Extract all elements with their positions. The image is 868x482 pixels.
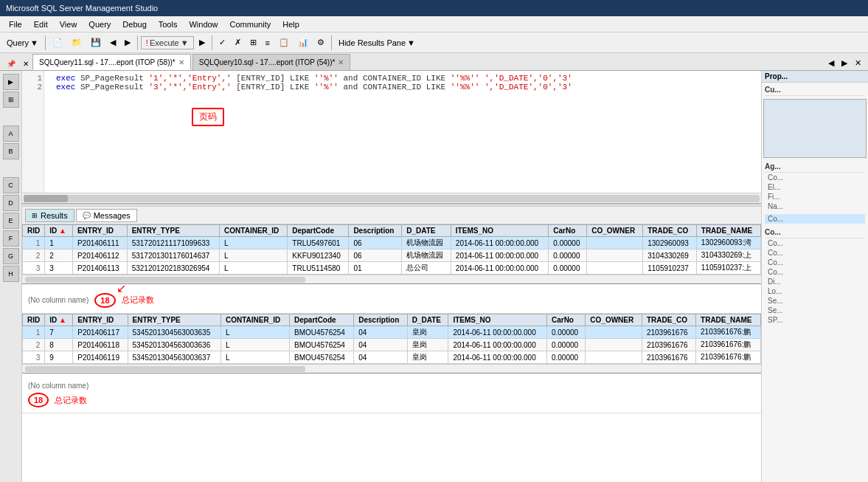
results-scroll-area[interactable]: RID ID ▲ ENTRY_ID ENTRY_TYPE CONTAINER_I… [22, 224, 761, 482]
sidebar-btn-1[interactable]: ▶ [3, 74, 19, 90]
results-tab-results[interactable]: ⊞ Results [25, 209, 74, 222]
table-cell [587, 262, 643, 275]
tab-close-x-button[interactable]: ✕ [19, 58, 32, 70]
editor-content[interactable]: exec SP_PageResult '1','*','Entry',' [EN… [44, 71, 761, 193]
table-cell: BMOU4576254 [289, 326, 353, 339]
prop-co4: Co... [765, 258, 865, 267]
results-tab-messages[interactable]: 💬 Messages [76, 209, 137, 222]
prop-di: Di... [765, 277, 865, 286]
tab-close-all[interactable]: ✕ [851, 56, 865, 70]
tab-close-11[interactable]: ✕ [178, 58, 184, 66]
hide-results-label: Hide Results Pane [338, 38, 406, 47]
table-cell: 2014-06-11 00:00:00.000 [448, 326, 547, 339]
back-button[interactable]: ◀ [106, 35, 119, 49]
table-cell: 皇岗 [407, 326, 448, 339]
save-button[interactable]: 💾 [87, 35, 105, 49]
table-cell: 5345201304563003637 [128, 351, 221, 364]
table-cell: 2103961676 [642, 339, 695, 351]
hide-results-button[interactable]: Hide Results Pane ▼ [335, 36, 419, 49]
prop-highlighted[interactable]: Co... [765, 214, 865, 224]
col2-rid: RID [23, 314, 45, 326]
prop-lo: Lo... [765, 286, 865, 296]
tab-sqlquery10[interactable]: SQLQuery10.sql - 17....eport (ITOP (54))… [192, 54, 351, 70]
menubar: File Edit View Query Debug Tools Window … [0, 16, 868, 32]
include-actual-plan-button[interactable]: 📊 [294, 35, 312, 49]
menu-file[interactable]: File [3, 18, 28, 30]
results-text-button[interactable]: ≡ [262, 36, 274, 49]
tab-close-10[interactable]: ✕ [338, 58, 344, 66]
table-cell: 2103961676:鹏 [696, 351, 761, 364]
table-cell: P201406112 [72, 249, 127, 262]
table-cell: P201406118 [73, 339, 128, 351]
sidebar-btn-10[interactable]: H [3, 266, 19, 282]
tab-sqlquery11[interactable]: SQLQuery11.sql - 17....eport (ITOP (58))… [32, 54, 191, 70]
table-cell: 06 [349, 237, 402, 249]
toolbar-separator-2 [137, 35, 138, 50]
table-cell: BMOU4576254 [289, 339, 353, 351]
table-cell: 1 [45, 237, 73, 249]
sidebar-btn-3[interactable]: A [3, 125, 19, 142]
properties-header: Prop... [762, 71, 868, 83]
menu-tools[interactable]: Tools [153, 18, 184, 30]
table-cell: 0.00000 [549, 249, 587, 262]
sidebar-btn-2[interactable]: ⊞ [3, 92, 19, 108]
grid2-scrollbar[interactable] [22, 364, 761, 373]
query-options-button[interactable]: ⚙ [313, 35, 328, 49]
forward-button[interactable]: ▶ [121, 35, 134, 49]
results-file-button[interactable]: 📋 [275, 35, 293, 49]
parse-button[interactable]: ✓ [215, 35, 229, 49]
table-cell: 3104330269:上 [696, 249, 760, 262]
execute-button[interactable]: ! Execute ▼ [141, 36, 194, 49]
table-cell: 5317201301176014637 [127, 249, 219, 262]
sidebar-btn-6[interactable]: D [3, 195, 19, 211]
toolbar: Query ▼ 📄 📁 💾 ◀ ▶ ! Execute ▼ ▶ ✓ ✗ ⊞ ≡ … [0, 32, 868, 53]
table-cell: 皇岗 [407, 339, 448, 351]
open-file-button[interactable]: 📁 [68, 35, 86, 49]
table-cell: 2014-06-11 00:00:00.000 [451, 262, 548, 275]
current-section: Cu... [762, 83, 868, 97]
hide-results-dropdown: ▼ [407, 38, 415, 47]
debug-button[interactable]: ▶ [195, 35, 209, 49]
sidebar-btn-8[interactable]: F [3, 230, 19, 247]
menu-view[interactable]: View [54, 18, 83, 30]
editor-scrollbar[interactable] [22, 193, 761, 203]
results-grid-button[interactable]: ⊞ [246, 35, 260, 49]
menu-help[interactable]: Help [277, 18, 305, 30]
table-cell: 0.00000 [549, 262, 587, 275]
menu-community[interactable]: Community [224, 18, 277, 30]
grid1-scrollbar[interactable] [22, 275, 761, 283]
tab-pin-button[interactable]: 📌 [3, 58, 19, 70]
table-cell: 0.00000 [546, 326, 585, 339]
table-cell: L [221, 339, 289, 351]
col2-trade-name: TRADE_NAME [696, 314, 761, 326]
menu-debug[interactable]: Debug [117, 18, 152, 30]
col-depart-code: DepartCode [288, 225, 349, 237]
data-grid-2[interactable]: RID ID ▲ ENTRY_ID ENTRY_TYPE CONTAINER_I… [22, 314, 761, 364]
table-cell: 皇岗 [407, 351, 448, 364]
cancel-button[interactable]: ✗ [231, 35, 245, 49]
new-file-button[interactable]: 📄 [49, 35, 66, 49]
tab-scroll-left[interactable]: ◀ [824, 56, 838, 70]
col2-co-owner: CO_OWNER [586, 314, 642, 326]
summary-row-2: (No column name) 18 总记录数 [22, 376, 761, 413]
titlebar: Microsoft SQL Server Management Studio [0, 0, 868, 16]
table-cell: 2103961676 [642, 326, 695, 339]
menu-query[interactable]: Query [83, 18, 117, 30]
table-cell: L [220, 249, 288, 262]
sidebar-btn-7[interactable]: E [3, 213, 19, 229]
col-id: ID ▲ [45, 225, 73, 237]
data-grid-1[interactable]: RID ID ▲ ENTRY_ID ENTRY_TYPE CONTAINER_I… [22, 224, 761, 275]
sidebar-btn-5[interactable]: C [3, 177, 19, 193]
query-dropdown[interactable]: Query ▼ [3, 36, 42, 49]
menu-window[interactable]: Window [183, 18, 223, 30]
menu-edit[interactable]: Edit [28, 18, 54, 30]
col-items-no: ITEMS_NO [451, 225, 548, 237]
co-section: Co... Co... Co... Co... Co... Di... Lo..… [762, 225, 868, 326]
table-cell: 2014-06-11 00:00:00.000 [451, 249, 548, 262]
table-cell: L [221, 351, 289, 364]
tab-scroll-right[interactable]: ▶ [838, 56, 851, 70]
table-cell: KKFU9012340 [288, 249, 349, 262]
sidebar-btn-9[interactable]: G [3, 248, 19, 264]
col-entry-type: ENTRY_TYPE [127, 225, 219, 237]
sidebar-btn-4[interactable]: B [3, 143, 19, 159]
